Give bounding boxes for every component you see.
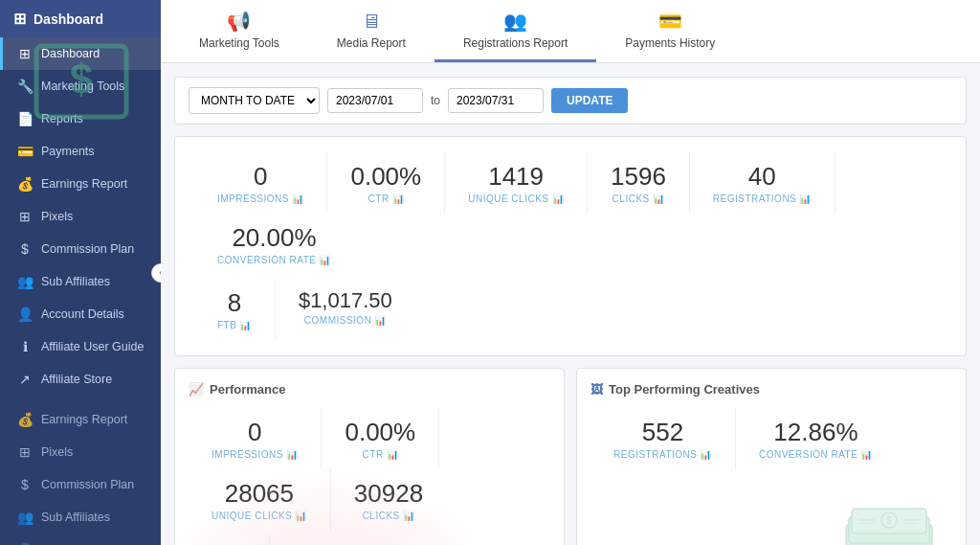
sidebar-item-commission-2[interactable]: $ Commission Plan xyxy=(0,468,161,501)
tab-payments-history[interactable]: 💳 Payments History xyxy=(596,0,744,62)
primary-stats-panel: 0 IMPRESSIONS 📊 0.00% CTR 📊 xyxy=(174,136,967,356)
tab-payments-history-label: Payments History xyxy=(625,36,715,50)
update-button[interactable]: UPDATE xyxy=(551,88,628,113)
tab-marketing-tools-label: Marketing Tools xyxy=(199,36,279,50)
earnings2-icon: 💰 xyxy=(16,412,33,427)
sidebar-item-subaffiliates[interactable]: 👥 Sub Affiliates xyxy=(0,265,161,298)
filter-bar: MONTH TO DATE to UPDATE xyxy=(174,77,967,125)
perf-stat-clicks: 30928 CLICKS 📊 xyxy=(331,469,446,531)
tab-marketing-tools[interactable]: 📢 Marketing Tools xyxy=(170,0,308,62)
registrations-tab-icon: 👥 xyxy=(503,10,527,33)
sidebar-item-label: Sub Affiliates xyxy=(41,275,110,288)
perf-stat-impressions: 0 IMPRESSIONS 📊 xyxy=(189,408,322,469)
top-performing-icon: 🖼 xyxy=(590,382,603,397)
clicks-label: CLICKS 📊 xyxy=(612,193,665,204)
svg-rect-1 xyxy=(849,516,929,543)
stat-clicks: 1596 CLICKS 📊 xyxy=(588,152,690,214)
sidebar-item-label: Marketing Tools xyxy=(41,79,124,93)
ctr-chart-icon: 📊 xyxy=(392,193,405,204)
registrations-value: 40 xyxy=(748,162,776,192)
performance-card: 📈 Performance 0 IMPRESSIONS 📊 xyxy=(174,368,565,545)
sidebar-item-label: Pixels xyxy=(41,210,73,223)
subaffiliates-icon: 👥 xyxy=(16,274,33,289)
money-watermark: $ xyxy=(841,486,937,545)
tab-media-report[interactable]: 🖥 Media Report xyxy=(308,0,434,62)
sidebar-item-earnings-2[interactable]: 💰 Earnings Report xyxy=(0,403,161,436)
stat-impressions: 0 IMPRESSIONS 📊 xyxy=(194,152,327,214)
primary-stats-grid: 0 IMPRESSIONS 📊 0.00% CTR 📊 xyxy=(194,152,947,275)
sidebar-item-label: Commission Plan xyxy=(41,478,134,491)
sidebar-item-pixels-2[interactable]: ⊞ Pixels xyxy=(0,436,161,468)
sidebar-item-label: Affiliate User Guide xyxy=(41,340,144,353)
top-perf-conv-chart-icon: 📊 xyxy=(860,449,873,460)
sidebar-nav-top: ⊞ Dashboard 🔧 Marketing Tools 📄 Reports … xyxy=(0,37,161,396)
sidebar-item-reports[interactable]: 📄 Reports xyxy=(0,102,161,135)
perf-impressions-label: IMPRESSIONS 📊 xyxy=(212,449,298,460)
ftb-value: 8 xyxy=(228,288,241,318)
stat-ctr: 0.00% CTR 📊 xyxy=(327,152,445,214)
pixels-icon: ⊞ xyxy=(16,209,33,224)
sidebar-nav-bottom: 💰 Earnings Report ⊞ Pixels $ Commission … xyxy=(0,403,161,545)
sidebar-item-payments[interactable]: 💳 Payments xyxy=(0,135,161,168)
perf-ctr-chart-icon: 📊 xyxy=(387,449,399,460)
stat-commission: $1,017.50 COMMISSION 📊 xyxy=(276,279,415,340)
pixels2-icon: ⊞ xyxy=(16,444,33,460)
sidebar-item-marketing-tools[interactable]: 🔧 Marketing Tools xyxy=(0,70,161,102)
ftb-chart-icon: 📊 xyxy=(239,320,252,330)
sidebar-item-account-2[interactable]: 👤 Account Details xyxy=(0,534,161,545)
perf-ctr-label: CTR 📊 xyxy=(363,449,399,460)
dashboard-area: MONTH TO DATE to UPDATE 0 IMPRESSIONS 📊 xyxy=(161,63,980,545)
sidebar-item-label: Dashboard xyxy=(41,47,100,60)
stat-conversion-rate: 20.00% CONVERSION RATE 📊 xyxy=(194,214,354,275)
sidebar-item-store[interactable]: ↗ Affiliate Store xyxy=(0,363,161,396)
primary-stats-grid-2: 8 FTB 📊 $1,017.50 COMMISSION 📊 xyxy=(194,279,947,340)
impressions-value: 0 xyxy=(254,162,267,192)
conversion-chart-icon: 📊 xyxy=(319,255,331,265)
date-range-separator: to xyxy=(431,94,440,107)
perf-clicks-value: 30928 xyxy=(354,479,423,509)
marketing-tools-icon: 🔧 xyxy=(16,79,33,94)
tab-registrations-label: Registrations Report xyxy=(463,36,568,50)
perf-unique-clicks-label: UNIQUE CLICKS 📊 xyxy=(212,511,307,521)
commission-chart-icon: 📊 xyxy=(374,315,387,326)
conversion-value: 20.00% xyxy=(232,223,316,253)
top-performing-title: 🖼 Top Performing Creatives xyxy=(590,382,952,397)
date-to-input[interactable] xyxy=(448,88,544,113)
earnings-icon: 💰 xyxy=(16,176,33,192)
tab-registrations-report[interactable]: 👥 Registrations Report xyxy=(434,0,596,62)
sidebar-item-account[interactable]: 👤 Account Details xyxy=(0,298,161,330)
unique-clicks-value: 1419 xyxy=(488,162,544,192)
conversion-label: CONVERSION RATE 📊 xyxy=(217,255,331,265)
perf-stat-ftb: 71 FTB 📊 xyxy=(189,534,270,545)
tab-media-report-label: Media Report xyxy=(337,36,406,50)
sidebar-item-label: Sub Affiliates xyxy=(41,511,110,524)
period-select[interactable]: MONTH TO DATE xyxy=(189,87,320,114)
stat-ftb: 8 FTB 📊 xyxy=(194,279,276,340)
sidebar-item-dashboard[interactable]: ⊞ Dashboard xyxy=(0,37,161,70)
sidebar-item-earnings[interactable]: 💰 Earnings Report xyxy=(0,168,161,200)
impressions-chart-icon: 📊 xyxy=(292,193,304,204)
date-from-input[interactable] xyxy=(327,88,423,113)
sidebar-item-label: Earnings Report xyxy=(41,177,127,191)
performance-stats-grid-2: 71 FTB 📊 $4,566.90 COMMISSION 📊 xyxy=(189,534,550,545)
sidebar-item-guide[interactable]: ℹ Affiliate User Guide xyxy=(0,330,161,363)
sidebar-item-commission[interactable]: $ Commission Plan xyxy=(0,233,161,265)
sidebar: ⊞ Dashboard ⊞ Dashboard 🔧 Marketing Tool… xyxy=(0,0,161,545)
ctr-value: 0.00% xyxy=(350,162,421,192)
performance-stats-grid: 0 IMPRESSIONS 📊 0.00% CTR 📊 xyxy=(189,408,550,531)
payments-history-tab-icon: 💳 xyxy=(658,10,682,33)
sidebar-item-label: Reports xyxy=(41,112,83,125)
top-perf-stat-conversion: 12.86% CONVERSION RATE 📊 xyxy=(736,408,896,469)
sidebar-item-label: Earnings Report xyxy=(41,413,127,426)
top-performing-stats: 552 REGISTRATIONS 📊 12.86% CONVERSION RA… xyxy=(590,408,952,469)
perf-clicks-chart-icon: 📊 xyxy=(403,511,415,521)
sidebar-item-pixels[interactable]: ⊞ Pixels xyxy=(0,200,161,233)
reports-icon: 📄 xyxy=(16,111,33,126)
perf-stat-unique-clicks: 28065 UNIQUE CLICKS 📊 xyxy=(189,469,331,531)
sidebar-item-subaffiliates-2[interactable]: 👥 Sub Affiliates xyxy=(0,501,161,534)
impressions-label: IMPRESSIONS 📊 xyxy=(217,193,303,204)
perf-impressions-value: 0 xyxy=(248,418,261,447)
top-perf-conversion-value: 12.86% xyxy=(773,418,858,447)
commission-icon: $ xyxy=(16,241,33,257)
store-icon: ↗ xyxy=(16,372,33,387)
